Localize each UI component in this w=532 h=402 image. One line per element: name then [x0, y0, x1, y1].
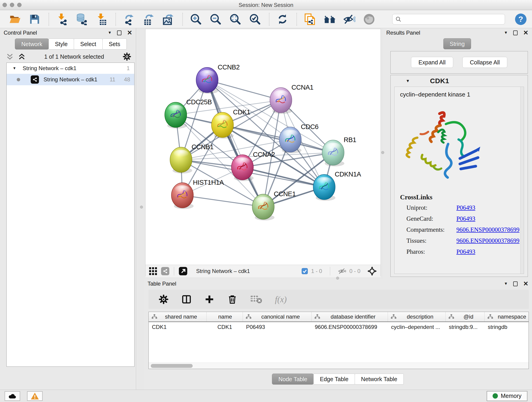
tab-network-table[interactable]: Network Table	[355, 374, 404, 385]
table-row[interactable]: CDK1CDK1P064939606.ENSP00000378699cyclin…	[149, 322, 529, 332]
network-row-selected[interactable]: String Network – cdk1 11 48	[7, 74, 134, 85]
table-cell[interactable]: P06493	[243, 324, 312, 330]
first-neighbors-button[interactable]	[323, 13, 336, 26]
network-node[interactable]	[170, 147, 192, 173]
close-window-icon[interactable]	[2, 3, 7, 7]
network-edge[interactable]	[182, 195, 263, 207]
network-node[interactable]	[211, 112, 234, 139]
birdseye-crosshair-icon[interactable]	[367, 266, 377, 276]
network-edge[interactable]	[207, 80, 263, 207]
tab-string[interactable]: String	[443, 38, 471, 49]
table-cell[interactable]: CDK1	[149, 324, 207, 330]
import-network-file-button[interactable]	[56, 13, 69, 26]
gene-caret-icon[interactable]: ▼	[406, 79, 410, 83]
left-splitter-handle[interactable]	[140, 206, 143, 209]
maximize-panel-icon[interactable]	[117, 31, 121, 35]
table-cell[interactable]: stringdb:9...	[446, 324, 485, 330]
hide-selected-button[interactable]	[343, 13, 356, 26]
add-column-icon[interactable]	[204, 294, 215, 304]
column-header[interactable]: name	[207, 312, 243, 322]
network-collection-row[interactable]: ▼ String Network – cdk1 1	[7, 63, 134, 74]
cloud-button[interactable]	[5, 391, 20, 401]
column-header[interactable]: namespace	[485, 312, 529, 322]
tab-style[interactable]: Style	[49, 38, 74, 50]
table-cell[interactable]: cyclin–dependent ...	[388, 324, 446, 330]
minimize-window-icon[interactable]	[10, 3, 14, 7]
table-cell[interactable]: 9606.ENSP00000378699	[312, 324, 388, 330]
bottom-splitter-handle[interactable]	[336, 277, 339, 280]
crosslink-link[interactable]: 9606.ENSP00000378699	[456, 237, 519, 244]
detach-view-icon[interactable]	[179, 267, 187, 275]
column-header[interactable]: description	[388, 312, 446, 322]
scrollbar-thumb[interactable]	[151, 364, 193, 368]
export-table-button[interactable]	[142, 13, 155, 26]
network-node[interactable]	[279, 127, 302, 153]
results-scrollbar[interactable]	[520, 87, 524, 274]
gene-section-header[interactable]: ▼ CDK1	[391, 75, 528, 87]
column-header[interactable]: canonical name	[243, 312, 312, 322]
column-header[interactable]: @id	[446, 312, 485, 322]
expand-all-icon[interactable]	[18, 53, 26, 60]
crosslink-link[interactable]: P06493	[456, 248, 475, 255]
zoom-window-icon[interactable]	[17, 3, 22, 7]
network-node[interactable]	[313, 174, 336, 201]
export-network-button[interactable]	[122, 13, 136, 26]
network-node[interactable]	[196, 67, 218, 94]
float-panel-icon[interactable]: ▼	[108, 31, 112, 35]
network-view-share-icon[interactable]	[161, 267, 169, 275]
close-panel-icon[interactable]: ✕	[127, 30, 132, 36]
float-panel-icon[interactable]: ▼	[504, 281, 508, 286]
network-node[interactable]	[171, 183, 194, 209]
string-protein-query-button[interactable]	[303, 13, 317, 26]
show-columns-icon[interactable]	[181, 294, 191, 304]
search-input[interactable]	[404, 16, 502, 22]
grid-mode-icon[interactable]	[149, 267, 157, 275]
tab-node-table[interactable]: Node Table	[272, 374, 314, 385]
float-panel-icon[interactable]: ▼	[504, 31, 508, 35]
right-splitter-handle[interactable]	[381, 151, 384, 154]
import-table-button[interactable]	[95, 13, 108, 26]
tab-sets[interactable]: Sets	[102, 38, 127, 50]
delete-column-icon[interactable]	[227, 294, 237, 304]
tab-network[interactable]: Network	[15, 38, 49, 50]
network-node[interactable]	[252, 194, 274, 220]
export-image-button[interactable]	[162, 13, 175, 26]
apply-layout-button[interactable]	[276, 13, 289, 26]
save-session-button[interactable]	[28, 13, 41, 26]
open-session-button[interactable]	[8, 13, 22, 26]
gear-icon[interactable]	[158, 294, 169, 304]
network-node[interactable]	[270, 88, 292, 114]
column-header[interactable]: database identifier	[312, 312, 388, 322]
collapse-all-icon[interactable]	[6, 53, 14, 60]
column-header[interactable]: shared name	[149, 312, 207, 322]
selected-checkbox-icon[interactable]	[302, 268, 308, 274]
gear-icon[interactable]	[123, 52, 131, 61]
collapse-all-button[interactable]: Collapse All	[462, 57, 507, 68]
import-network-database-button[interactable]	[75, 13, 89, 26]
maximize-panel-icon[interactable]	[513, 31, 518, 35]
close-panel-icon[interactable]: ✕	[523, 281, 528, 287]
memory-button[interactable]: Memory	[487, 391, 527, 401]
network-node[interactable]	[322, 140, 344, 166]
network-node[interactable]	[231, 155, 254, 181]
tab-edge-table[interactable]: Edge Table	[313, 374, 355, 385]
delete-table-icon[interactable]	[250, 294, 262, 304]
zoom-fit-button[interactable]	[229, 13, 242, 26]
network-node[interactable]	[165, 102, 187, 128]
table-cell[interactable]: CDK1	[207, 324, 243, 330]
crosslink-link[interactable]: 9606.ENSP00000378699	[456, 226, 519, 233]
zoom-in-button[interactable]	[189, 13, 203, 26]
warnings-button[interactable]	[27, 391, 43, 401]
maximize-panel-icon[interactable]	[513, 281, 518, 286]
function-builder-button[interactable]: f(x)	[275, 294, 287, 304]
table-horizontal-scrollbar[interactable]	[149, 363, 529, 369]
help-button[interactable]: ?	[515, 13, 526, 25]
show-all-button[interactable]	[362, 13, 376, 26]
crosslink-link[interactable]: P06493	[456, 215, 475, 222]
expand-all-button[interactable]: Expand All	[411, 57, 453, 68]
traffic-lights[interactable]	[2, 3, 22, 7]
crosslink-link[interactable]: P06493	[456, 204, 475, 211]
collection-caret-icon[interactable]: ▼	[13, 66, 16, 70]
toolbar-search[interactable]	[392, 14, 505, 25]
zoom-selected-button[interactable]	[248, 13, 262, 26]
